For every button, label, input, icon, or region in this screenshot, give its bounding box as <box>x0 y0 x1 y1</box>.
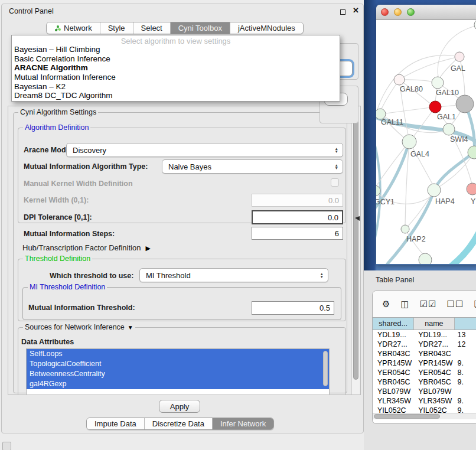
mi-steps-input[interactable]: 6 <box>252 227 343 240</box>
node-label: GAL <box>451 64 465 73</box>
settings-scrollbar-thumb[interactable] <box>353 113 358 380</box>
table-cell: YBL079W <box>373 387 414 396</box>
select-all-checkboxes-icon[interactable]: ☑☑ <box>420 299 437 309</box>
node-label: GAL11 <box>381 118 403 126</box>
network-node-gal4[interactable] <box>402 135 416 149</box>
new-document-icon[interactable]: ❏ <box>474 299 476 309</box>
node-label: GAL4 <box>410 150 429 158</box>
sources-group-title[interactable]: Sources for Network Inference▼ <box>23 323 135 331</box>
attribute-item[interactable]: gal4RGexp <box>27 379 329 389</box>
mi-type-select[interactable]: Naive Bayes ▲▼ <box>162 159 343 174</box>
algorithm-definition-group: Algorithm Definition <box>18 128 346 223</box>
network-window-titlebar[interactable] <box>376 5 476 20</box>
attribute-item[interactable]: SelfLoops <box>27 349 329 359</box>
algorithm-option[interactable]: Mutual Information Inference <box>12 73 340 82</box>
tab-select[interactable]: Select <box>133 22 171 34</box>
table-row[interactable]: YPR145WYPR145W9. <box>373 358 476 368</box>
table-cell: 9. <box>455 358 476 368</box>
table-cell <box>455 387 476 396</box>
table-row[interactable]: YBL079WYBL079W <box>373 387 476 396</box>
network-node-swi4[interactable] <box>443 123 455 135</box>
network-node-gal1[interactable] <box>429 101 441 113</box>
attribute-item[interactable]: TopologicalCoefficient <box>27 359 329 369</box>
thick-edges <box>376 104 476 264</box>
desktop-grip-icon[interactable] <box>2 442 11 450</box>
table-cell: YPR145W <box>373 358 414 368</box>
float-window-icon[interactable] <box>340 9 345 15</box>
tab-cyni-toolbox[interactable]: Cyni Toolbox <box>171 22 230 34</box>
tab-impute-data[interactable]: Impute Data <box>87 418 145 429</box>
table-row[interactable]: YDL19...YDL19...13 <box>373 330 476 340</box>
dpi-tolerance-label: DPI Tolerance [0,1]: <box>24 213 92 221</box>
tab-network[interactable]: Network <box>47 22 100 34</box>
settings-scrollbar[interactable] <box>351 107 360 395</box>
column-header[interactable]: shared... <box>373 318 414 330</box>
minimize-traffic-light-icon[interactable] <box>394 8 402 16</box>
table-scrollbar-thumb[interactable] <box>374 414 440 419</box>
table-row[interactable]: YLR345WYLR345W9. <box>373 396 476 406</box>
tab-style[interactable]: Style <box>100 22 133 34</box>
algorithm-popup-prompt: Select algorithm to view settings <box>12 35 340 45</box>
mi-threshold-group-title: MI Threshold Definition <box>28 283 107 291</box>
table-window: ⚙◫☑☑☐☐❏ shared...name YDL19...YDL19...13… <box>372 291 476 424</box>
mi-threshold-input[interactable]: 0.5 <box>252 301 334 315</box>
algorithm-option[interactable]: Bayesian – Hill Climbing <box>12 45 340 54</box>
tab-jactivemnodules[interactable]: jActiveMNodules <box>230 22 303 34</box>
table-cell: 9. <box>455 396 476 406</box>
tab-discretize-data[interactable]: Discretize Data <box>145 418 213 429</box>
column-header[interactable] <box>455 318 476 330</box>
algorithm-option[interactable]: Basic Correlation Inference <box>12 54 340 64</box>
network-node[interactable] <box>419 253 432 264</box>
network-node-gal[interactable] <box>455 52 464 61</box>
deselect-checkboxes-icon[interactable]: ☐☐ <box>447 299 464 309</box>
network-node-y[interactable] <box>467 183 476 195</box>
attributes-scrollbar[interactable] <box>323 351 328 392</box>
threshold-definition-title: Threshold Definition <box>23 255 92 263</box>
attribute-item[interactable]: BetweennessCentrality <box>27 369 329 379</box>
hub-definition-toggle[interactable]: Hub/Transcription Factor Definition▶ <box>22 243 151 252</box>
manual-kernel-checkbox[interactable] <box>331 178 339 187</box>
algorithm-option[interactable]: ARACNE Algorithm <box>12 63 340 73</box>
expand-arrow-icon: ▶ <box>145 244 150 252</box>
bottom-tab-bar: Impute DataDiscretize DataInfer Network <box>86 418 274 430</box>
zoom-traffic-light-icon[interactable] <box>407 8 415 16</box>
table-cell: YDL19... <box>373 330 414 340</box>
split-columns-icon[interactable]: ◫ <box>400 299 409 309</box>
which-threshold-select[interactable]: MI Threshold ▲▼ <box>139 268 328 282</box>
algorithm-option[interactable]: Bayesian – K2 <box>12 82 340 92</box>
network-node-gal80[interactable] <box>394 74 405 85</box>
network-icon <box>54 25 61 32</box>
table-row[interactable]: YER054CYER054C8. <box>373 368 476 377</box>
table-row[interactable]: YDR27...YDR27...12 <box>373 340 476 349</box>
table-horizontal-scrollbar[interactable] <box>373 413 476 419</box>
table-cell: YBL079W <box>414 387 454 396</box>
algorithm-option[interactable]: Dream8 DC_TDC Algorithm <box>12 91 340 100</box>
kernel-width-input[interactable]: 0.0 <box>252 194 343 207</box>
aracne-mode-value: Discovery <box>67 146 335 155</box>
table-cell: YBR043C <box>373 349 414 358</box>
table-cell: 8. <box>455 368 476 377</box>
data-attributes-list[interactable]: SelfLoopsTopologicalCoefficientBetweenne… <box>26 348 330 395</box>
which-threshold-value: MI Threshold <box>140 271 320 280</box>
close-traffic-light-icon[interactable] <box>381 8 389 16</box>
tab-infer-network[interactable]: Infer Network <box>213 418 273 429</box>
table-cell: YDR27... <box>373 340 414 349</box>
table-row[interactable]: YBR045CYBR045C9. <box>373 377 476 387</box>
column-header[interactable]: name <box>414 318 454 330</box>
node-label: Y <box>471 197 476 206</box>
table-row[interactable]: YBR043CYBR043C <box>373 349 476 358</box>
network-node[interactable] <box>456 95 474 113</box>
apply-button[interactable]: Apply <box>159 400 200 413</box>
dpi-tolerance-input[interactable]: 0.0 <box>252 210 343 224</box>
network-node-hap4[interactable] <box>428 184 441 197</box>
close-icon[interactable]: ✕ <box>353 6 359 15</box>
kernel-width-label: Kernel Width (0,1): <box>24 196 89 204</box>
network-canvas[interactable]: GALGAL80GAL10GAL1GAL11SWI4GAL4GCY1HAP4YH… <box>376 20 476 264</box>
cytoscape-desktop: GALGAL80GAL10GAL1GAL11SWI4GAL4GCY1HAP4YH… <box>364 0 476 270</box>
network-node-hap2[interactable] <box>401 225 409 233</box>
network-node-gal10[interactable] <box>432 77 444 89</box>
aracne-mode-select[interactable]: Discovery ▲▼ <box>66 143 343 157</box>
settings-gear-icon[interactable]: ⚙ <box>382 299 390 309</box>
table-header-row: shared...name <box>373 317 476 330</box>
table-row[interactable]: YIL052CYIL052C9. <box>373 406 476 413</box>
